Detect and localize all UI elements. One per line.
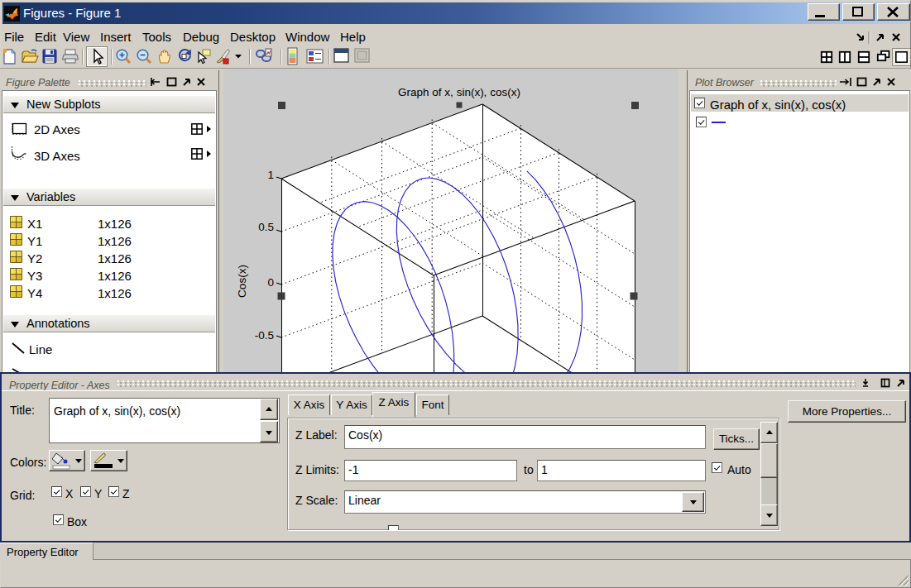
svg-text:1: 1	[267, 169, 274, 181]
svg-text:Cos(x): Cos(x)	[236, 265, 248, 298]
svg-text:0: 0	[267, 276, 274, 289]
svg-text:Graph of x, sin(x), cos(x): Graph of x, sin(x), cos(x)	[398, 86, 520, 98]
svg-text:0.5: 0.5	[258, 221, 274, 233]
svg-text:-0.5: -0.5	[255, 329, 274, 342]
